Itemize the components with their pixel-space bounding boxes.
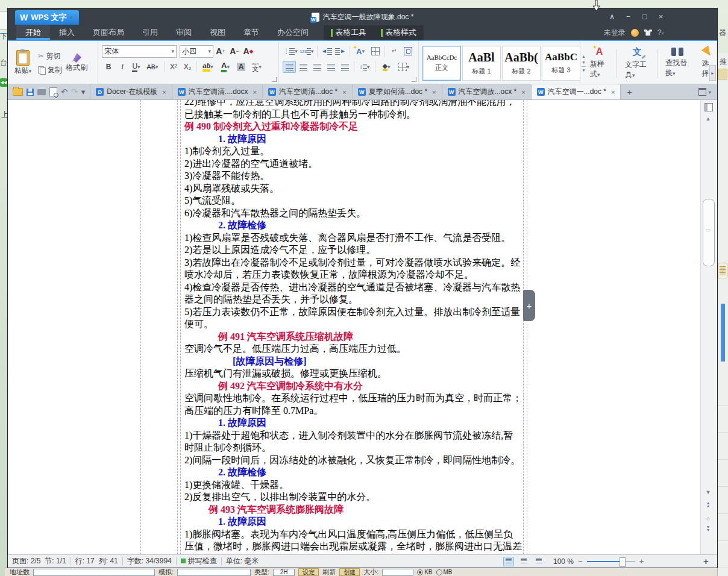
underline-button[interactable]: U▾	[130, 61, 143, 73]
set-button[interactable]: 设定	[298, 568, 319, 576]
font-size-select[interactable]: 小四▾	[180, 45, 213, 58]
table-add-column-handle[interactable]: +	[523, 290, 535, 321]
login-status[interactable]: 未登录	[604, 28, 626, 38]
tab-layout-button[interactable]: ▾	[692, 84, 717, 99]
sim-input[interactable]	[177, 569, 251, 576]
increase-indent-button[interactable]: ►	[334, 45, 347, 57]
collapse-ribbon-button[interactable]: ∧	[604, 8, 620, 25]
previous-page-button[interactable]: ▲▲	[704, 501, 712, 507]
page-view-button[interactable]	[503, 557, 514, 566]
doc-tab-汽车空调一...doc *[interactable]: W汽车空调一...doc *×	[532, 84, 621, 99]
highlight-color-button[interactable]: ab▾	[199, 61, 216, 73]
menu-tab-办公空间[interactable]: 办公空间	[268, 25, 318, 40]
menu-tab-页面布局[interactable]: 页面布局	[84, 25, 133, 40]
minimize-button[interactable]: −	[620, 8, 636, 25]
document-text[interactable]: 22)维修中，应注意空调系统所用的两种制冷回路的制冷剂或润滑油不能混用，已接触某…	[184, 100, 523, 553]
close-tab-icon[interactable]: ×	[253, 89, 256, 96]
char-border-button[interactable]	[401, 45, 415, 57]
help-button[interactable]: ?▾	[657, 28, 664, 37]
doc-tab-汽车空调清...doc *[interactable]: W汽车空调清...doc *×	[263, 84, 353, 99]
style-card-标题 2[interactable]: AaBb(标题 2	[502, 46, 541, 81]
paragraph-dialog-launcher[interactable]	[412, 77, 416, 82]
menu-tab-章节[interactable]: 章节	[234, 25, 268, 40]
status-column[interactable]: 列: 41	[99, 556, 118, 566]
outline-view-button[interactable]	[518, 557, 529, 566]
cut-button[interactable]: ✂ 剪切	[38, 51, 62, 61]
style-card-正文[interactable]: AaBbCcDc正文	[422, 46, 461, 81]
refresh-button[interactable]: 刷新	[322, 568, 336, 576]
phonetic-guide-button[interactable]: wén文▾	[248, 61, 265, 73]
quick-access-dropdown-icon[interactable]: ▾	[81, 88, 86, 96]
wrap-button[interactable]: ↵	[388, 45, 401, 57]
text-effects-button[interactable]: A▾	[353, 45, 368, 57]
copy-button[interactable]: 复制	[38, 65, 62, 75]
paste-button[interactable]: 粘贴▾	[11, 43, 34, 83]
text-tool-button[interactable]: 文 文字工具▾	[619, 43, 655, 83]
zoom-in-button[interactable]: +	[639, 557, 644, 565]
size-input[interactable]	[382, 569, 413, 576]
doc-tab-汽车空调清....docx[interactable]: W汽车空调清....docx×	[172, 84, 263, 99]
distribute-button[interactable]	[338, 61, 351, 73]
justify-button[interactable]	[324, 61, 337, 73]
type-select[interactable]: 2H	[273, 569, 295, 576]
borders-button[interactable]: ▾	[395, 61, 412, 73]
align-left-button[interactable]	[283, 61, 296, 73]
grow-font-button[interactable]: A+	[214, 45, 227, 57]
next-page-button[interactable]: ▼▼	[704, 525, 712, 531]
font-family-select[interactable]: 宋体▾	[102, 45, 177, 58]
doc-tab-汽车空调故...ocx *[interactable]: W汽车空调故...ocx *×	[442, 84, 532, 99]
status-page[interactable]: 页面: 2/5	[12, 556, 40, 566]
numbering-button[interactable]: 123▾	[299, 45, 315, 57]
zoom-slider[interactable]	[587, 561, 635, 562]
menu-tab-视图[interactable]: 视图	[201, 25, 234, 40]
document-viewport[interactable]: 22)维修中，应注意空调系统所用的两种制冷回路的制冷剂或润滑油不能混用，已接触某…	[8, 100, 717, 554]
task-pane-icon[interactable]	[704, 103, 713, 111]
style-card-标题 1[interactable]: AaBl标题 1	[462, 46, 501, 81]
wps-perks-icon[interactable]	[631, 29, 639, 37]
insert-table-icon-button[interactable]	[369, 45, 382, 57]
mb-radio[interactable]: MB	[436, 569, 453, 575]
scrollbar-thumb[interactable]	[703, 199, 715, 266]
superscript-button[interactable]: X²	[167, 61, 180, 73]
addr-input[interactable]	[33, 569, 155, 576]
status-line[interactable]: 行: 17	[75, 556, 95, 566]
context-tab-表格工具[interactable]: 表格工具	[324, 25, 374, 40]
char-shading-button[interactable]: A	[234, 61, 248, 73]
scroll-down-icon[interactable]: ▼	[704, 489, 712, 495]
status-wordcount[interactable]: 字数: 34/3994	[127, 556, 172, 566]
shading-button[interactable]: ◆▾	[378, 61, 395, 73]
undo-icon[interactable]: ↶	[61, 88, 67, 96]
line-spacing-button[interactable]: ↕▾	[357, 61, 372, 73]
create-button[interactable]: 创建	[339, 568, 360, 576]
doc-tab-Docer-在线模板[interactable]: DDocer-在线模板×	[90, 84, 172, 99]
format-painter-button[interactable]: 格式刷	[66, 43, 87, 83]
menu-tab-审阅[interactable]: 审阅	[167, 25, 201, 40]
status-section[interactable]: 节: 1/1	[45, 556, 66, 566]
close-tab-icon[interactable]: ×	[342, 89, 346, 96]
save-icon[interactable]	[27, 89, 34, 96]
print-preview-icon[interactable]	[49, 87, 57, 96]
vertical-scrollbar[interactable]: ▲ ▼ ▲▲ ○ ▼▼	[700, 100, 716, 554]
strikethrough-button[interactable]: AB▾	[143, 61, 162, 73]
close-tab-icon[interactable]: ×	[162, 89, 166, 96]
menu-tab-开始[interactable]: 开始	[16, 25, 50, 40]
italic-button[interactable]: I	[116, 61, 129, 73]
new-style-button[interactable]: A 新样式▾	[584, 43, 615, 83]
close-tab-icon[interactable]: ×	[611, 89, 615, 96]
skin-icon[interactable]	[644, 30, 652, 36]
subscript-button[interactable]: X₂	[181, 61, 194, 73]
maximize-button[interactable]: □	[636, 8, 653, 25]
bold-button[interactable]: B	[102, 61, 115, 73]
shrink-font-button[interactable]: A−	[228, 45, 241, 57]
close-button[interactable]: ×	[653, 8, 669, 25]
status-spellcheck[interactable]: 拼写检查	[181, 556, 217, 566]
find-replace-button[interactable]: 查找替换▾	[659, 43, 695, 83]
style-card-标题 3[interactable]: AaBbC标题 3	[542, 46, 580, 81]
zoom-out-button[interactable]: −	[578, 557, 583, 565]
doc-tab-夏季如何清...doc *[interactable]: W夏季如何清...doc *×	[353, 84, 442, 99]
ribbon-expand-button[interactable]: ►	[709, 65, 716, 81]
font-color-button[interactable]: A▾	[217, 61, 234, 73]
open-file-icon[interactable]	[13, 88, 23, 96]
kb-radio[interactable]: KB	[417, 569, 432, 575]
clear-format-button[interactable]: A◆	[242, 45, 255, 57]
